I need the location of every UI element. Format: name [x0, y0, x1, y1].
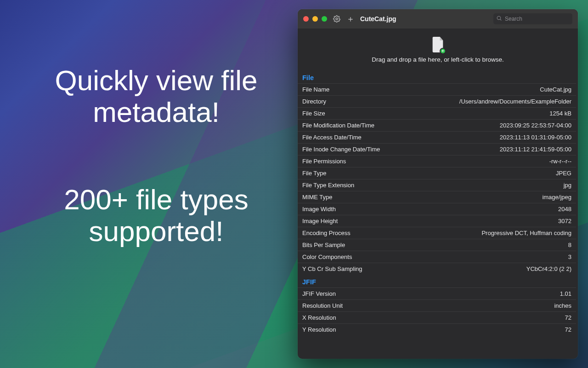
metadata-row: Color Components3 — [298, 251, 576, 263]
maximize-button[interactable] — [322, 16, 327, 22]
search-input[interactable] — [505, 16, 569, 22]
metadata-value: 72 — [565, 326, 571, 333]
metadata-value: jpg — [564, 182, 571, 189]
titlebar: ＋ CuteCat.jpg — [298, 9, 578, 29]
metadata-label: X Resolution — [302, 314, 336, 321]
metadata-row: File Permissions-rw-r--r-- — [298, 155, 576, 167]
metadata-label: File Access Date/Time — [302, 134, 362, 141]
dropzone[interactable]: + Drag and drop a file here, or left-cli… — [298, 29, 578, 70]
metadata-row: Bits Per Sample8 — [298, 239, 576, 251]
search-field[interactable] — [493, 13, 572, 24]
metadata-label: Directory — [302, 98, 326, 105]
window-title: CuteCat.jpg — [360, 15, 396, 23]
metadata-label: Y Resolution — [302, 326, 336, 333]
dropzone-text: Drag and drop a file here, or left-click… — [372, 56, 503, 63]
section-header: File — [298, 70, 576, 83]
metadata-label: File Permissions — [302, 158, 346, 165]
metadata-row: File Type Extensionjpg — [298, 179, 576, 191]
metadata-row: X Resolution72 — [298, 311, 576, 323]
promo-headline-1: Quickly view file metadata! — [18, 64, 294, 128]
metadata-label: File Modification Date/Time — [302, 122, 374, 129]
promo-headline-2: 200+ file types supported! — [18, 184, 294, 247]
metadata-value: CuteCat.jpg — [540, 86, 571, 93]
metadata-value: inches — [554, 302, 571, 309]
metadata-row: Y Cb Cr Sub SamplingYCbCr4:2:0 (2 2) — [298, 263, 576, 275]
metadata-label: Resolution Unit — [302, 302, 343, 309]
metadata-value: 3072 — [558, 218, 571, 224]
metadata-value: 2023:11:12 21:41:59-05:00 — [500, 146, 571, 153]
metadata-row: File TypeJPEG — [298, 167, 576, 179]
metadata-label: Image Width — [302, 206, 336, 213]
gear-icon[interactable] — [332, 14, 342, 24]
metadata-label: File Inode Change Date/Time — [302, 146, 380, 153]
metadata-value: 2023:11:13 01:31:09-05:00 — [500, 134, 571, 141]
metadata-list[interactable]: FileFile NameCuteCat.jpgDirectory/Users/… — [298, 70, 578, 359]
metadata-value: Progressive DCT, Huffman coding — [481, 230, 571, 236]
metadata-value: 1.01 — [560, 290, 571, 297]
svg-point-1 — [497, 16, 501, 20]
metadata-row: Resolution Unitinches — [298, 299, 576, 311]
metadata-value: 8 — [568, 242, 571, 248]
file-add-icon: + — [431, 37, 444, 52]
search-icon — [496, 15, 502, 23]
svg-line-2 — [500, 19, 501, 20]
metadata-row: Encoding ProcessProgressive DCT, Huffman… — [298, 227, 576, 239]
metadata-row: File NameCuteCat.jpg — [298, 83, 576, 95]
svg-point-0 — [336, 18, 338, 20]
close-button[interactable] — [303, 16, 309, 22]
metadata-value: YCbCr4:2:0 (2 2) — [526, 265, 571, 272]
metadata-label: Image Height — [302, 218, 338, 224]
metadata-value: /Users/andrew/Documents/ExampleFolder — [459, 98, 571, 105]
metadata-label: MIME Type — [302, 194, 333, 201]
metadata-value: -rw-r--r-- — [549, 158, 571, 165]
metadata-label: File Type — [302, 170, 327, 177]
app-window: ＋ CuteCat.jpg + Drag and drop a file her… — [298, 9, 578, 359]
section-header: JFIF — [298, 275, 576, 288]
metadata-label: File Type Extension — [302, 182, 354, 189]
add-file-button[interactable]: ＋ — [346, 15, 355, 23]
metadata-value: 1254 kB — [549, 110, 571, 117]
metadata-label: File Size — [302, 110, 325, 117]
metadata-value: 2048 — [558, 206, 571, 213]
metadata-value: 2023:09:25 22:53:57-04:00 — [500, 122, 571, 129]
minimize-button[interactable] — [312, 16, 318, 22]
metadata-row: Image Width2048 — [298, 203, 576, 215]
metadata-row: File Modification Date/Time2023:09:25 22… — [298, 119, 576, 131]
metadata-value: 3 — [568, 253, 571, 260]
metadata-label: File Name — [302, 86, 329, 93]
metadata-row: Directory/Users/andrew/Documents/Example… — [298, 95, 576, 107]
metadata-label: Bits Per Sample — [302, 242, 345, 248]
metadata-label: Y Cb Cr Sub Sampling — [302, 265, 362, 272]
metadata-row: Image Height3072 — [298, 215, 576, 227]
metadata-value: 72 — [565, 314, 571, 321]
metadata-value: image/jpeg — [542, 194, 571, 201]
metadata-value: JPEG — [556, 170, 571, 177]
metadata-row: MIME Typeimage/jpeg — [298, 191, 576, 203]
metadata-row: Y Resolution72 — [298, 323, 576, 335]
metadata-label: Encoding Process — [302, 230, 351, 236]
metadata-row: JFIF Version1.01 — [298, 288, 576, 299]
metadata-row: File Access Date/Time2023:11:13 01:31:09… — [298, 131, 576, 143]
metadata-row: File Inode Change Date/Time2023:11:12 21… — [298, 143, 576, 155]
metadata-row: File Size1254 kB — [298, 107, 576, 119]
metadata-label: JFIF Version — [302, 290, 336, 297]
metadata-label: Color Components — [302, 253, 352, 260]
